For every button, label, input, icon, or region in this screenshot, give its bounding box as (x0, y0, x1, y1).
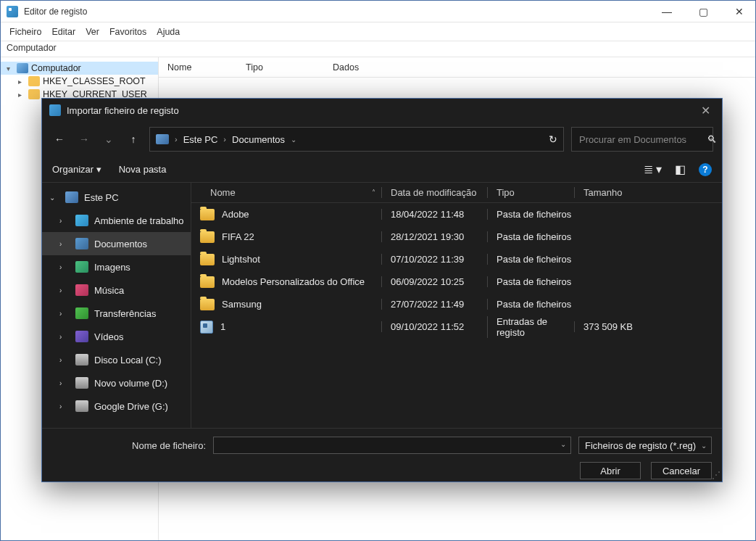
chevron-down-icon[interactable]: ⌄ (49, 194, 59, 202)
sidebar-item[interactable]: ›Vídeos (42, 325, 191, 348)
search-icon[interactable]: 🔍︎ (707, 133, 717, 145)
new-folder-button[interactable]: Nova pasta (119, 164, 167, 175)
regedit-address[interactable]: Computador (1, 41, 755, 57)
folder-icon (200, 254, 215, 265)
close-icon[interactable]: ✕ (729, 6, 749, 17)
sidebar-item[interactable]: ›Imagens (42, 255, 191, 278)
file-date: 06/09/2022 10:25 (381, 276, 487, 287)
preview-pane-icon[interactable]: ◧ (675, 162, 686, 176)
chevron-right-icon[interactable]: ▸ (18, 91, 27, 99)
sidebar-item[interactable]: ›Ambiente de trabalho (42, 209, 191, 232)
file-name: Adobe (222, 209, 249, 220)
chevron-right-icon[interactable]: › (59, 402, 70, 410)
chevron-right-icon[interactable]: › (59, 333, 70, 341)
menu-edit[interactable]: Editar (51, 27, 75, 37)
file-row[interactable]: Modelos Personalizados do Office06/09/20… (191, 270, 722, 293)
file-row[interactable]: Samsung27/07/2022 11:49Pasta de ficheiro… (191, 293, 722, 315)
file-name: Modelos Personalizados do Office (222, 276, 365, 287)
col-size[interactable]: Tamanho (574, 187, 722, 198)
close-icon[interactable]: ✕ (697, 104, 715, 117)
sidebar-item[interactable]: ›Música (42, 278, 191, 302)
regedit-title: Editor de registo (24, 7, 87, 17)
sort-asc-icon: ˄ (372, 189, 375, 197)
location-icon (75, 261, 88, 273)
tree-root-label: Computador (31, 63, 81, 73)
regedit-titlebar[interactable]: Editor de registo — ▢ ✕ (1, 1, 755, 22)
refresh-icon[interactable]: ↻ (549, 133, 557, 145)
file-size: 373 509 KB (574, 321, 722, 332)
up-icon[interactable]: ↑ (125, 131, 142, 148)
search-input[interactable] (579, 134, 701, 145)
file-row[interactable]: Adobe18/04/2022 11:48Pasta de ficheiros (191, 203, 722, 226)
folder-icon (200, 231, 215, 243)
minimize-icon[interactable]: — (657, 6, 677, 17)
file-type: Pasta de ficheiros (487, 231, 574, 242)
chevron-right-icon[interactable]: › (59, 379, 70, 387)
col-date[interactable]: Data de modificação (381, 187, 487, 198)
breadcrumb-item[interactable]: Documentos (232, 134, 285, 145)
file-list-header: Nome˄ Data de modificação Tipo Tamanho (191, 183, 722, 203)
tree-root[interactable]: ▾ Computador (1, 62, 158, 75)
sidebar-item[interactable]: ›Transferências (42, 302, 191, 325)
breadcrumb-item[interactable]: Este PC (183, 134, 218, 145)
file-dialog: Importar ficheiro de registo ✕ ← → ⌄ ↑ ›… (41, 98, 723, 482)
sidebar-item[interactable]: ›Disco Local (C:) (42, 348, 191, 371)
filetype-select[interactable]: Ficheiros de registo (*.reg)⌄ (578, 437, 712, 454)
chevron-right-icon[interactable]: › (59, 263, 70, 271)
sidebar-item-label: Google Drive (G:) (94, 401, 168, 412)
dialog-navbar: ← → ⌄ ↑ › Este PC › Documentos ⌄ ↻ 🔍︎ (42, 122, 722, 157)
sidebar-item[interactable]: ⌄Este PC (42, 186, 191, 209)
menu-view[interactable]: Ver (86, 27, 99, 37)
chevron-down-icon[interactable]: ⌄ (701, 442, 707, 450)
help-icon[interactable]: ? (699, 163, 712, 176)
file-row[interactable]: 109/10/2022 11:52Entradas de registo373 … (191, 315, 722, 338)
resize-grip-icon[interactable]: ⋰ (712, 470, 719, 480)
folder-icon (200, 209, 215, 220)
sidebar-item[interactable]: ›Google Drive (G:) (42, 395, 191, 418)
chevron-down-icon[interactable]: ⌄ (291, 136, 296, 144)
chevron-right-icon[interactable]: › (59, 240, 70, 248)
file-name: Samsung (222, 299, 262, 310)
filename-input[interactable]: ⌄ (213, 437, 571, 454)
menu-help[interactable]: Ajuda (157, 27, 180, 37)
organize-button[interactable]: Organizar ▾ (52, 164, 101, 175)
breadcrumb[interactable]: › Este PC › Documentos ⌄ ↻ (149, 127, 564, 152)
file-row[interactable]: Lightshot07/10/2022 11:39Pasta de fichei… (191, 248, 722, 270)
tree-item[interactable]: ▸ HKEY_CLASSES_ROOT (1, 75, 158, 88)
search-box[interactable]: 🔍︎ (571, 127, 713, 152)
chevron-down-icon[interactable]: ▾ (7, 65, 15, 73)
maximize-icon[interactable]: ▢ (693, 6, 713, 17)
col-data[interactable]: Dados (333, 62, 755, 73)
chevron-right-icon[interactable]: ▸ (18, 78, 27, 86)
chevron-right-icon[interactable]: › (59, 286, 70, 294)
col-type[interactable]: Tipo (487, 187, 574, 198)
location-icon (75, 377, 88, 389)
dialog-sidebar[interactable]: ⌄Este PC›Ambiente de trabalho›Documentos… (42, 183, 191, 428)
sidebar-item[interactable]: ›Novo volume (D:) (42, 371, 191, 395)
computer-icon (17, 63, 28, 73)
chevron-right-icon: › (223, 135, 226, 144)
chevron-right-icon[interactable]: › (59, 217, 70, 225)
file-type: Pasta de ficheiros (487, 209, 574, 220)
forward-icon[interactable]: → (75, 131, 93, 148)
sidebar-item-label: Ambiente de trabalho (94, 215, 184, 226)
chevron-right-icon[interactable]: › (59, 356, 70, 364)
chevron-right-icon[interactable]: › (59, 310, 70, 318)
dialog-titlebar[interactable]: Importar ficheiro de registo ✕ (42, 99, 722, 122)
view-list-icon[interactable]: ≣ ▾ (644, 162, 662, 176)
file-row[interactable]: FIFA 2228/12/2021 19:30Pasta de ficheiro… (191, 226, 722, 248)
sidebar-item[interactable]: ›Documentos (42, 232, 191, 255)
menu-file[interactable]: Ficheiro (9, 27, 41, 37)
col-name[interactable]: Nome (159, 62, 246, 73)
back-icon[interactable]: ← (51, 131, 68, 148)
chevron-down-icon[interactable]: ⌄ (100, 131, 117, 148)
col-type[interactable]: Tipo (246, 62, 333, 73)
menu-favorites[interactable]: Favoritos (109, 27, 146, 37)
open-button[interactable]: Abrir (580, 462, 641, 479)
chevron-down-icon[interactable]: ⌄ (560, 440, 566, 448)
cancel-button[interactable]: Cancelar (651, 462, 712, 479)
location-icon (65, 191, 78, 203)
file-date: 18/04/2022 11:48 (381, 209, 487, 220)
location-icon (75, 307, 88, 319)
col-name[interactable]: Nome˄ (191, 187, 381, 198)
